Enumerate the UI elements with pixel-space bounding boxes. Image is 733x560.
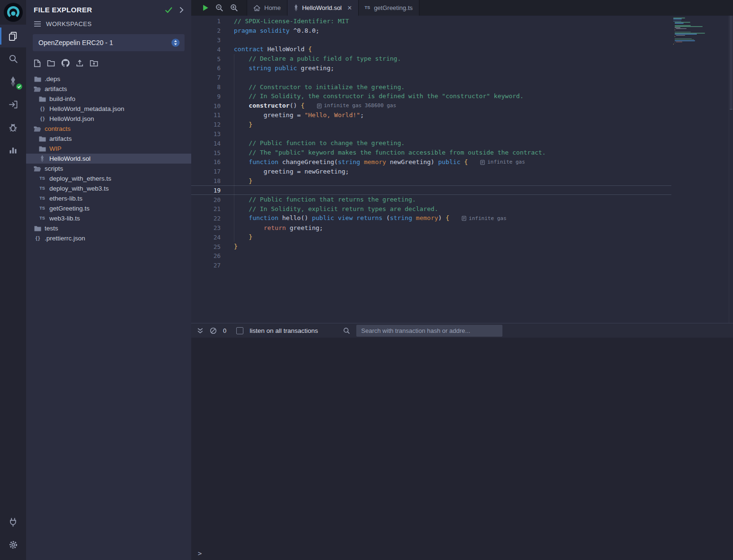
expand-terminal-button[interactable] xyxy=(197,328,204,334)
tree-item-artifacts[interactable]: artifacts xyxy=(26,134,191,144)
terminal-search-input[interactable] xyxy=(356,325,502,337)
line-number[interactable]: 24 xyxy=(191,234,221,241)
tree-item-helloworld-metadata-json[interactable]: { }HelloWorld_metadata.json xyxy=(26,104,191,114)
code-line-9[interactable]: 9 // In Solidity, the constructor is def… xyxy=(191,92,671,101)
remix-logo[interactable] xyxy=(0,0,26,25)
plugin-analytics-button[interactable] xyxy=(0,138,26,161)
code-line-21[interactable]: 21 // In Solidity, explicit return types… xyxy=(191,204,671,214)
file-explorer-button[interactable] xyxy=(0,25,26,47)
line-number[interactable]: 18 xyxy=(191,177,221,184)
line-number[interactable]: 3 xyxy=(191,37,221,44)
run-script-button[interactable] xyxy=(203,4,209,11)
new-file-button[interactable] xyxy=(34,59,41,67)
line-number[interactable]: 20 xyxy=(191,196,221,203)
line-number[interactable]: 14 xyxy=(191,140,221,147)
line-number[interactable]: 17 xyxy=(191,168,221,175)
code-line-10[interactable]: 10 constructor() {infinite gas 368600 ga… xyxy=(191,101,671,110)
minimap[interactable] xyxy=(673,18,711,47)
line-number[interactable]: 16 xyxy=(191,158,221,165)
line-number[interactable]: 9 xyxy=(191,93,221,100)
tree-item-tests[interactable]: tests xyxy=(26,223,191,233)
debugger-button[interactable] xyxy=(0,116,26,138)
code-line-18[interactable]: 18 } xyxy=(191,176,671,186)
line-number[interactable]: 6 xyxy=(191,64,221,72)
clear-console-button[interactable] xyxy=(210,327,217,334)
settings-button[interactable] xyxy=(0,533,26,556)
tab-getgreeting-ts[interactable]: TSgetGreeting.ts xyxy=(359,0,419,16)
zoom-in-button[interactable] xyxy=(230,4,238,12)
accept-check-button[interactable] xyxy=(165,7,173,13)
upload-file-button[interactable] xyxy=(76,59,84,67)
tab-helloworld-sol[interactable]: HelloWorld.sol× xyxy=(288,0,359,16)
tree-item-artifacts[interactable]: artifacts xyxy=(26,84,191,94)
line-number[interactable]: 19 xyxy=(191,187,221,194)
tree-item-helloworld-json[interactable]: { }HelloWorld.json xyxy=(26,114,191,124)
tree-item-deps[interactable]: .deps xyxy=(26,74,191,84)
github-button[interactable] xyxy=(61,59,70,67)
code-line-2[interactable]: 2pragma solidity ^0.8.0; xyxy=(191,26,671,36)
line-number[interactable]: 25 xyxy=(191,243,221,250)
tree-item-helloworld-sol[interactable]: HelloWorld.sol xyxy=(26,154,191,164)
tree-item-deploy-with-web3-ts[interactable]: TSdeploy_with_web3.ts xyxy=(26,184,191,193)
line-number[interactable]: 12 xyxy=(191,121,221,128)
deploy-run-button[interactable] xyxy=(0,93,26,116)
line-number[interactable]: 15 xyxy=(191,149,221,156)
line-number[interactable]: 26 xyxy=(191,252,221,259)
line-number[interactable]: 5 xyxy=(191,55,221,63)
code-line-13[interactable]: 13 xyxy=(191,129,671,139)
code-line-3[interactable]: 3 xyxy=(191,36,671,45)
code-line-11[interactable]: 11 greeting = "Hello, World!"; xyxy=(191,110,671,120)
line-number[interactable]: 21 xyxy=(191,205,221,212)
code-line-27[interactable]: 27 xyxy=(191,261,671,270)
tree-item-prettierrc-json[interactable]: { }.prettierrc.json xyxy=(26,233,191,243)
plugin-manager-button[interactable] xyxy=(0,511,26,533)
tree-item-build-info[interactable]: build-info xyxy=(26,94,191,104)
listen-transactions-checkbox[interactable] xyxy=(236,327,243,334)
line-number[interactable]: 11 xyxy=(191,111,221,119)
collapse-panel-button[interactable] xyxy=(179,7,184,13)
tree-item-ethers-lib-ts[interactable]: TSethers-lib.ts xyxy=(26,193,191,203)
line-number[interactable]: 2 xyxy=(191,27,221,34)
line-number[interactable]: 1 xyxy=(191,18,221,25)
workspace-selector[interactable]: OpenZeppelin ERC20 - 1 xyxy=(33,34,185,51)
tree-item-deploy-with-ethers-ts[interactable]: TSdeploy_with_ethers.ts xyxy=(26,174,191,184)
search-button[interactable] xyxy=(0,47,26,70)
line-number[interactable]: 27 xyxy=(191,262,221,269)
code-line-20[interactable]: 20 // Public function that returns the g… xyxy=(191,195,671,204)
code-line-24[interactable]: 24 } xyxy=(191,232,671,242)
line-number[interactable]: 23 xyxy=(191,224,221,231)
code-line-19[interactable]: 19 xyxy=(191,185,671,195)
code-line-26[interactable]: 26 xyxy=(191,251,671,261)
code-line-25[interactable]: 25} xyxy=(191,242,671,251)
line-number[interactable]: 10 xyxy=(191,102,221,110)
line-number[interactable]: 4 xyxy=(191,46,221,53)
line-number[interactable]: 22 xyxy=(191,215,221,222)
upload-folder-button[interactable] xyxy=(90,60,98,67)
code-line-23[interactable]: 23 return greeting; xyxy=(191,223,671,233)
close-tab-icon[interactable]: × xyxy=(347,4,352,12)
tree-item-web3-lib-ts[interactable]: TSweb3-lib.ts xyxy=(26,213,191,223)
zoom-out-button[interactable] xyxy=(215,4,223,12)
code-line-6[interactable]: 6 string public greeting; xyxy=(191,64,671,73)
new-folder-button[interactable] xyxy=(47,60,55,67)
code-line-12[interactable]: 12 } xyxy=(191,120,671,129)
code-line-17[interactable]: 17 greeting = newGreeting; xyxy=(191,167,671,176)
code-line-5[interactable]: 5 // Declare a public field of type stri… xyxy=(191,54,671,64)
code-line-7[interactable]: 7 xyxy=(191,73,671,83)
code-line-14[interactable]: 14 // Public function to change the gree… xyxy=(191,138,671,148)
workspaces-menu-button[interactable] xyxy=(34,21,41,27)
terminal[interactable]: > xyxy=(191,338,733,560)
code-editor[interactable]: 1// SPDX-License-Identifier: MIT2pragma … xyxy=(191,16,733,323)
code-line-4[interactable]: 4contract HelloWorld { xyxy=(191,45,671,54)
scrollbar-thumb[interactable] xyxy=(730,16,733,110)
tab-home[interactable]: Home xyxy=(247,0,288,16)
line-number[interactable]: 8 xyxy=(191,83,221,91)
code-line-22[interactable]: 22 function hello() public view returns … xyxy=(191,214,671,223)
tree-item-wip[interactable]: WIP xyxy=(26,144,191,154)
code-line-16[interactable]: 16 function changeGreeting(string memory… xyxy=(191,157,671,167)
solidity-compiler-button[interactable] xyxy=(0,70,26,93)
code-line-8[interactable]: 8 // Constructor to initialize the greet… xyxy=(191,83,671,92)
line-number[interactable]: 7 xyxy=(191,74,221,81)
code-line-15[interactable]: 15 // The "public" keyword makes the fun… xyxy=(191,148,671,157)
tree-item-getgreeting-ts[interactable]: TSgetGreeting.ts xyxy=(26,203,191,213)
